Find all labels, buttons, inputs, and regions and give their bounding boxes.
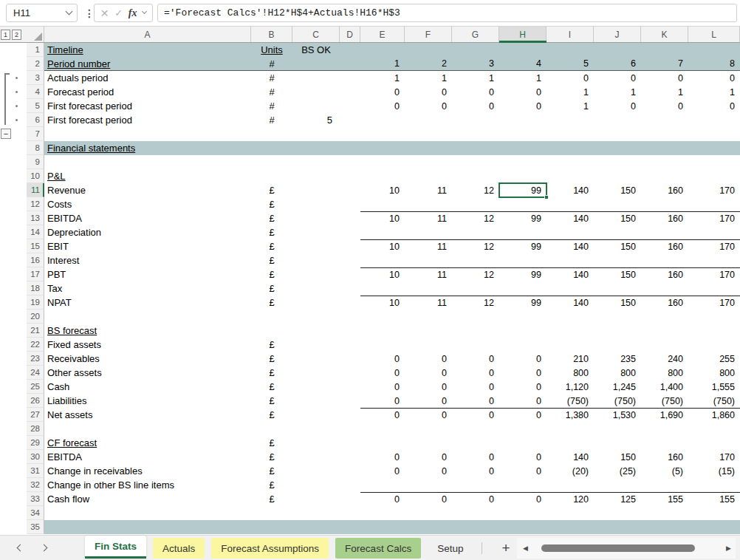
cell-H34[interactable] <box>499 506 547 520</box>
column-header-I[interactable]: I <box>547 27 594 42</box>
cell-C18[interactable] <box>292 281 340 296</box>
cell-A16[interactable]: Interest <box>44 253 251 267</box>
cell-D18[interactable] <box>340 281 360 296</box>
cell-L11[interactable]: 170 <box>688 183 740 197</box>
cell-B7[interactable] <box>251 127 292 141</box>
cell-H25[interactable]: 0 <box>499 380 547 394</box>
cell-D5[interactable] <box>340 99 360 113</box>
cell-L31[interactable]: (15) <box>688 464 740 478</box>
row-number-10[interactable]: 10 <box>27 169 44 183</box>
cell-K6[interactable] <box>641 113 688 127</box>
cell-B5[interactable]: # <box>251 99 292 113</box>
cell-A15[interactable]: EBIT <box>44 239 251 253</box>
formula-input[interactable]: ='Forecast Calcs'!H12*H$4+Actuals!H16*H$… <box>157 4 737 22</box>
cell-B2[interactable]: # <box>251 57 292 70</box>
cell-D23[interactable] <box>340 352 360 366</box>
cell-K1[interactable] <box>641 43 688 57</box>
cell-J3[interactable]: 0 <box>594 71 641 85</box>
cell-G20[interactable] <box>452 310 499 324</box>
cell-D21[interactable] <box>340 324 360 338</box>
column-header-K[interactable]: K <box>641 27 688 42</box>
cell-A28[interactable] <box>44 422 251 436</box>
cell-H35[interactable] <box>499 520 547 534</box>
cell-J5[interactable]: 0 <box>594 99 641 113</box>
cell-K35[interactable] <box>641 520 688 534</box>
cell-H21[interactable] <box>499 324 547 338</box>
row-number-8[interactable]: 8 <box>27 141 44 155</box>
cell-L9[interactable] <box>688 155 740 169</box>
cell-C32[interactable] <box>292 478 340 492</box>
cell-K4[interactable]: 1 <box>641 85 688 99</box>
cell-D6[interactable] <box>340 113 360 127</box>
cell-I32[interactable] <box>547 478 594 492</box>
cell-H31[interactable]: 0 <box>499 464 547 478</box>
row-number-30[interactable]: 30 <box>27 450 44 464</box>
cell-C31[interactable] <box>292 464 340 478</box>
cell-C4[interactable] <box>292 85 340 99</box>
cell-C9[interactable] <box>292 155 340 169</box>
cell-I12[interactable] <box>547 197 594 211</box>
cell-F30[interactable]: 0 <box>405 450 452 464</box>
cell-E14[interactable] <box>360 225 405 239</box>
cell-K13[interactable]: 160 <box>641 211 688 225</box>
row-number-20[interactable]: 20 <box>27 310 44 324</box>
column-header-H[interactable]: H <box>499 27 547 42</box>
cell-E4[interactable]: 0 <box>360 85 405 99</box>
cell-K2[interactable]: 7 <box>641 57 688 70</box>
cell-D29[interactable] <box>340 436 360 450</box>
cell-K19[interactable]: 160 <box>641 296 688 310</box>
cell-J23[interactable]: 235 <box>594 352 641 366</box>
cell-C5[interactable] <box>292 99 340 113</box>
cell-A12[interactable]: Costs <box>44 197 251 211</box>
row-number-29[interactable]: 29 <box>27 436 44 450</box>
cell-J13[interactable]: 150 <box>594 211 641 225</box>
cell-I21[interactable] <box>547 324 594 338</box>
cell-E2[interactable]: 1 <box>360 57 405 70</box>
row-number-28[interactable]: 28 <box>27 422 44 436</box>
cell-A31[interactable]: Change in receivables <box>44 464 251 478</box>
cell-C3[interactable] <box>292 71 340 85</box>
cell-H14[interactable] <box>499 225 547 239</box>
cell-L10[interactable] <box>688 169 740 183</box>
cell-K27[interactable]: 1,690 <box>641 408 688 422</box>
cell-F1[interactable] <box>405 43 452 57</box>
cell-K17[interactable]: 160 <box>641 267 688 281</box>
cell-L20[interactable] <box>688 310 740 324</box>
cell-D27[interactable] <box>340 408 360 422</box>
cell-B6[interactable]: # <box>251 113 292 127</box>
cell-A3[interactable]: Actuals period <box>44 71 251 85</box>
cell-F29[interactable] <box>405 436 452 450</box>
cell-K28[interactable] <box>641 422 688 436</box>
cell-E19[interactable]: 10 <box>360 296 405 310</box>
cell-G6[interactable] <box>452 113 499 127</box>
column-header-J[interactable]: J <box>594 27 641 42</box>
cell-J15[interactable]: 150 <box>594 239 641 253</box>
cell-H5[interactable]: 0 <box>499 99 547 113</box>
cell-I28[interactable] <box>547 422 594 436</box>
cell-J14[interactable] <box>594 225 641 239</box>
cell-B27[interactable]: £ <box>251 408 292 422</box>
cell-E29[interactable] <box>360 436 405 450</box>
cell-B29[interactable]: £ <box>251 436 292 450</box>
cell-G8[interactable] <box>452 141 499 155</box>
sheet-tab-actuals[interactable]: Actuals <box>153 538 205 559</box>
cell-D34[interactable] <box>340 506 360 520</box>
cell-J19[interactable]: 150 <box>594 296 641 310</box>
cell-E7[interactable] <box>360 127 405 141</box>
cell-L22[interactable] <box>688 338 740 352</box>
cell-J30[interactable]: 150 <box>594 450 641 464</box>
cell-I5[interactable]: 1 <box>547 99 594 113</box>
cell-G33[interactable]: 0 <box>452 492 499 506</box>
cell-B21[interactable] <box>251 324 292 338</box>
cell-A11[interactable]: Revenue <box>44 183 251 197</box>
cell-E22[interactable] <box>360 338 405 352</box>
cell-A33[interactable]: Cash flow <box>44 492 251 506</box>
cell-G5[interactable]: 0 <box>452 99 499 113</box>
cell-F11[interactable]: 11 <box>405 183 452 197</box>
cell-B10[interactable] <box>251 169 292 183</box>
cell-E20[interactable] <box>360 310 405 324</box>
insert-function-icon[interactable]: fx <box>129 7 137 19</box>
cell-F5[interactable]: 0 <box>405 99 452 113</box>
cell-K33[interactable]: 155 <box>641 492 688 506</box>
cell-G15[interactable]: 12 <box>452 239 499 253</box>
